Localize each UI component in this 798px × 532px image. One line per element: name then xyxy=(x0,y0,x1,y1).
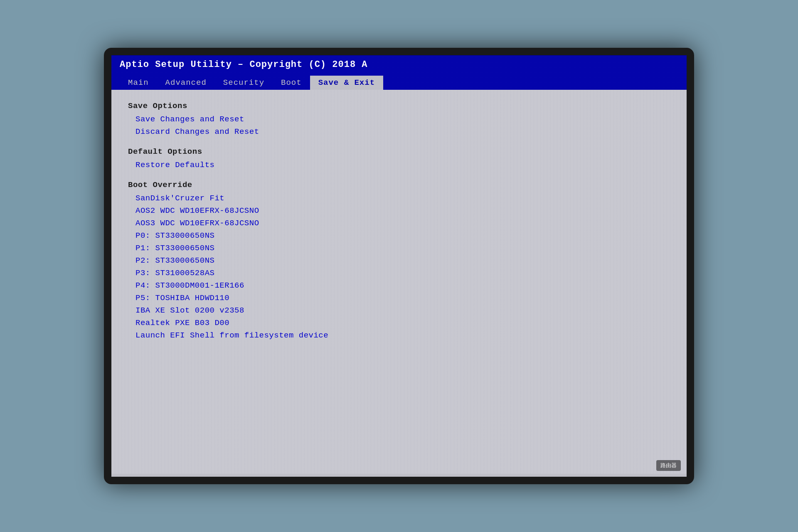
menu-item-boot-override-5[interactable]: P2: ST33000650NS xyxy=(128,255,670,266)
menu-item-save-options-1[interactable]: Discard Changes and Reset xyxy=(128,126,670,137)
menu-item-boot-override-1[interactable]: AOS2 WDC WD10EFRX-68JCSNO xyxy=(128,205,670,216)
menu-item-save-options-0[interactable]: Save Changes and Reset xyxy=(128,114,670,125)
menu-item-boot-override-0[interactable]: SanDisk'Cruzer Fit xyxy=(128,193,670,204)
section-label-boot-override: Boot Override xyxy=(128,180,670,190)
menu-item-boot-override-3[interactable]: P0: ST33000650NS xyxy=(128,230,670,241)
screen: Aptio Setup Utility – Copyright (C) 2018… xyxy=(111,55,687,477)
spacer-2 xyxy=(128,342,670,351)
menu-item-boot-override-11[interactable]: Launch EFI Shell from filesystem device xyxy=(128,330,670,341)
bios-container: Aptio Setup Utility – Copyright (C) 2018… xyxy=(111,55,687,477)
title-bar: Aptio Setup Utility – Copyright (C) 2018… xyxy=(111,55,687,74)
watermark: 路由器 xyxy=(656,460,681,471)
menu-item-boot-override-6[interactable]: P3: ST31000528AS xyxy=(128,268,670,278)
title-text: Aptio Setup Utility – Copyright (C) 2018… xyxy=(120,59,368,70)
menu-item-boot-override-10[interactable]: Realtek PXE B03 D00 xyxy=(128,318,670,328)
content-area: Save OptionsSave Changes and ResetDiscar… xyxy=(111,90,687,474)
section-label-default-options: Default Options xyxy=(128,147,670,156)
menu-item-boot-override-8[interactable]: P5: TOSHIBA HDWD110 xyxy=(128,293,670,303)
nav-tab-boot[interactable]: Boot xyxy=(273,76,310,90)
menu-item-boot-override-2[interactable]: AOS3 WDC WD10EFRX-68JCSNO xyxy=(128,218,670,229)
nav-tab-advanced[interactable]: Advanced xyxy=(157,76,215,90)
nav-tab-main[interactable]: Main xyxy=(120,76,157,90)
nav-tab-save-exit[interactable]: Save & Exit xyxy=(310,76,383,90)
nav-tab-security[interactable]: Security xyxy=(215,76,273,90)
monitor: Aptio Setup Utility – Copyright (C) 2018… xyxy=(104,48,694,484)
menu-item-boot-override-9[interactable]: IBA XE Slot 0200 v2358 xyxy=(128,305,670,316)
menu-item-default-options-0[interactable]: Restore Defaults xyxy=(128,160,670,170)
spacer-1 xyxy=(128,172,670,180)
nav-bar: MainAdvancedSecurityBootSave & Exit xyxy=(111,74,687,90)
section-label-save-options: Save Options xyxy=(128,101,670,111)
menu-item-boot-override-7[interactable]: P4: ST3000DM001-1ER166 xyxy=(128,280,670,291)
menu-item-boot-override-4[interactable]: P1: ST33000650NS xyxy=(128,243,670,254)
spacer-0 xyxy=(128,139,670,147)
